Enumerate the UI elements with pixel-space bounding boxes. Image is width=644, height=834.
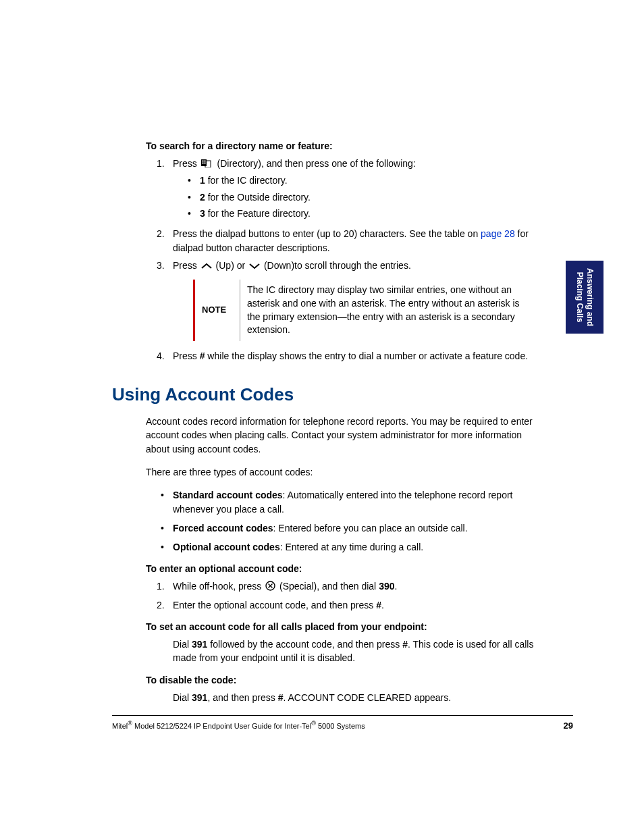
svg-rect-2 bbox=[202, 161, 203, 162]
footer-text: Mitel® Model 5212/5224 IP Endpoint User … bbox=[112, 720, 365, 730]
enter-steps-list: 1. While off-hook, press (Special), and … bbox=[146, 579, 537, 612]
list-item: 4. Press # while the display shows the e… bbox=[173, 349, 537, 363]
registered-mark: ® bbox=[128, 720, 132, 727]
list-item: 2 for the Outside directory. bbox=[200, 190, 537, 204]
code-label: 390 bbox=[379, 581, 394, 592]
page-number: 29 bbox=[564, 721, 573, 731]
step-text: , and then press bbox=[207, 692, 277, 703]
section-tab: Answering and Placing Calls bbox=[566, 261, 603, 334]
indented-paragraph: Dial 391 followed by the account code, a… bbox=[146, 637, 537, 665]
tab-line: Answering and bbox=[585, 268, 595, 326]
svg-rect-3 bbox=[204, 161, 205, 162]
registered-mark: ® bbox=[311, 720, 316, 727]
item-text: for the IC directory. bbox=[205, 175, 288, 186]
item-text: for the Outside directory. bbox=[205, 192, 311, 203]
list-item: 1. Press (Directory), and then press one… bbox=[173, 157, 537, 220]
term-bold: Optional account codes bbox=[173, 542, 280, 552]
list-item: 1 for the IC directory. bbox=[200, 174, 537, 187]
step-number: 1. bbox=[157, 157, 165, 170]
list-item: 2. Enter the optional account code, and … bbox=[173, 598, 537, 612]
body-paragraph: There are three types of account codes: bbox=[146, 465, 537, 479]
document-page: To search for a directory name or featur… bbox=[0, 0, 644, 834]
step-number: 2. bbox=[157, 598, 165, 612]
list-item: Forced account codes: Entered before you… bbox=[173, 521, 537, 535]
step-text: (Down)to scroll through the entries. bbox=[261, 260, 411, 271]
step-number: 1. bbox=[157, 579, 165, 593]
list-item: Standard account codes: Automatically en… bbox=[173, 488, 537, 516]
footer-segment: Model 5212/5224 IP Endpoint User Guide f… bbox=[132, 722, 311, 730]
step-text: Press the dialpad buttons to enter (up t… bbox=[173, 228, 481, 239]
step-number: 3. bbox=[157, 259, 165, 272]
sub-bullet-list: 1 for the IC directory. 2 for the Outsid… bbox=[173, 174, 537, 220]
account-types-list: Standard account codes: Automatically en… bbox=[146, 488, 537, 554]
step-number: 2. bbox=[157, 227, 165, 240]
page-footer: Mitel® Model 5212/5224 IP Endpoint User … bbox=[112, 715, 573, 731]
footer-segment: 5000 Systems bbox=[316, 722, 365, 730]
list-item: 2. Press the dialpad buttons to enter (u… bbox=[173, 227, 537, 255]
search-steps-list: 1. Press (Directory), and then press one… bbox=[146, 157, 537, 363]
step-text: Press bbox=[173, 350, 200, 361]
down-arrow-icon bbox=[249, 259, 260, 273]
code-label: 391 bbox=[192, 639, 207, 650]
list-item: 1. While off-hook, press (Special), and … bbox=[173, 579, 537, 594]
heading-set-code: To set an account code for all calls pla… bbox=[146, 621, 537, 632]
item-text: for the Feature directory. bbox=[205, 208, 311, 219]
key-label: 2 bbox=[200, 192, 205, 203]
key-label: 3 bbox=[200, 208, 205, 219]
key-label: # bbox=[376, 600, 381, 610]
heading-enter-code: To enter an optional account code: bbox=[146, 563, 537, 574]
item-text: : Entered at any time during a call. bbox=[280, 542, 423, 552]
note-label: NOTE bbox=[193, 280, 240, 340]
step-text: (Directory), and then press one of the f… bbox=[215, 158, 416, 169]
step-text: while the display shows the entry to dia… bbox=[205, 350, 528, 361]
main-content: To search for a directory name or featur… bbox=[146, 140, 537, 704]
step-number: 4. bbox=[157, 349, 165, 363]
step-text: . bbox=[381, 600, 384, 610]
step-text: followed by the account code, and then p… bbox=[207, 639, 402, 650]
note-box: NOTE The IC directory may display two si… bbox=[193, 280, 537, 340]
term-bold: Forced account codes bbox=[173, 523, 273, 533]
footer-brand: Mitel bbox=[112, 722, 128, 730]
up-arrow-icon bbox=[201, 259, 212, 273]
step-text: . ACCOUNT CODE CLEARED appears. bbox=[283, 692, 451, 703]
directory-icon bbox=[201, 157, 213, 171]
svg-rect-5 bbox=[204, 163, 205, 164]
step-text: Dial bbox=[173, 692, 192, 703]
key-label: 1 bbox=[200, 175, 205, 186]
section-tab-text: Answering and Placing Calls bbox=[574, 268, 595, 326]
heading-disable-code: To disable the code: bbox=[146, 675, 537, 685]
body-paragraph: Account codes record information for tel… bbox=[146, 415, 537, 456]
step-text: Press bbox=[173, 158, 200, 169]
list-item: Optional account codes: Entered at any t… bbox=[173, 540, 537, 554]
step-text: (Up) or bbox=[213, 260, 248, 271]
code-label: 391 bbox=[192, 692, 207, 703]
item-text: : Entered before you can place an outsid… bbox=[273, 523, 468, 533]
special-icon bbox=[265, 581, 275, 594]
section-heading: Using Account Codes bbox=[112, 384, 537, 405]
page-link[interactable]: page 28 bbox=[481, 228, 515, 239]
step-text: (Special), and then dial bbox=[277, 581, 379, 592]
heading-search: To search for a directory name or featur… bbox=[146, 140, 537, 151]
step-text: Enter the optional account code, and the… bbox=[173, 600, 376, 610]
list-item: 3 for the Feature directory. bbox=[200, 207, 537, 220]
list-item: 3. Press (Up) or (Down)to scroll through… bbox=[173, 259, 537, 341]
step-text: Press bbox=[173, 260, 200, 271]
note-text: The IC directory may display two similar… bbox=[240, 280, 537, 340]
term-bold: Standard account codes bbox=[173, 490, 283, 500]
step-text: While off-hook, press bbox=[173, 581, 264, 592]
svg-rect-4 bbox=[202, 163, 203, 164]
step-text: . bbox=[394, 581, 397, 592]
indented-paragraph: Dial 391, and then press #. ACCOUNT CODE… bbox=[146, 691, 537, 704]
key-label: # bbox=[402, 639, 408, 650]
step-text: Dial bbox=[173, 639, 192, 650]
tab-line: Placing Calls bbox=[575, 272, 585, 323]
